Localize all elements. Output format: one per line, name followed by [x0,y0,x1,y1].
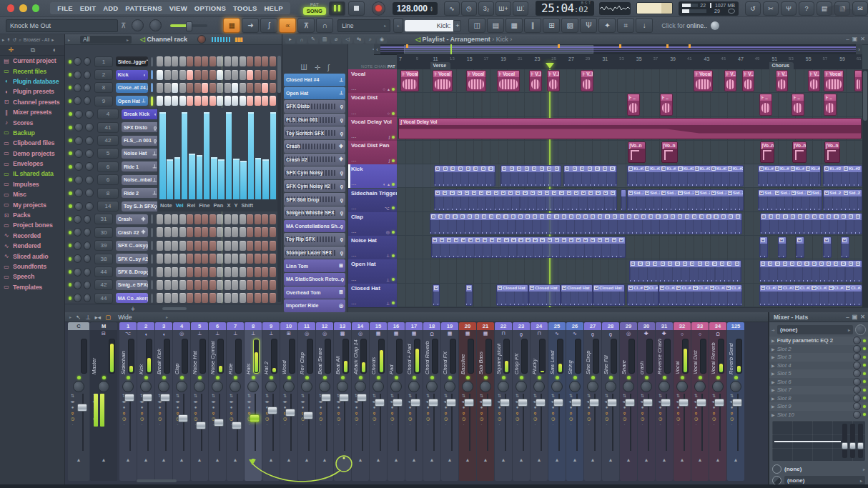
step-cell[interactable] [262,254,268,264]
mixer-pan-knob[interactable] [441,380,458,392]
routing-arrows[interactable]: ▲ [280,454,297,465]
volume-fader-handle[interactable] [518,399,528,407]
mixer-pan-knob[interactable] [709,380,726,392]
routing-arrows[interactable]: ▲ [68,454,89,465]
step-cell[interactable] [164,83,171,93]
stop-button[interactable] [348,1,365,16]
fx-slot-knob[interactable] [853,345,861,353]
step-cell[interactable] [240,96,246,106]
channel-pan-knob[interactable] [74,189,83,197]
picker-item[interactable]: MA StaticShock Retro..ϙ [284,273,345,286]
audio-clip[interactable]: ⊦ V..l [776,70,788,91]
clock-icon[interactable]: ◷ [496,416,503,422]
channel-enable-led[interactable] [69,139,72,142]
volume-fader-handle[interactable] [232,422,242,429]
mixer-strip-led[interactable] [656,374,673,380]
playlist-vertical-scrollbar[interactable] [862,69,868,307]
mixer-strip-led[interactable] [334,374,351,380]
mixer-pan-knob[interactable] [477,380,494,392]
step-cell[interactable] [225,241,231,251]
route-up-arrow[interactable]: ▲ [322,457,327,462]
step-cell[interactable] [232,214,238,224]
pattern-clip[interactable]: ⊟ [465,284,473,306]
widget-icon[interactable]: ⇅ [460,393,467,399]
widget-icon[interactable]: ⇅ [693,393,699,399]
velocity-bar[interactable] [174,157,181,200]
pattern-clip[interactable]: ⊟ [796,236,804,258]
step-cell[interactable] [157,280,163,290]
step-cell[interactable] [179,70,186,80]
playhead-marker[interactable] [546,63,554,69]
channel-volume-knob[interactable] [84,71,91,79]
step-cell[interactable] [225,227,231,237]
step-cell[interactable] [262,227,268,237]
step-cell[interactable] [270,227,276,237]
clock-icon[interactable]: ◷ [425,416,431,422]
pattern-clip[interactable]: ⊟⊟⊟⊟⊟⊟⊟⊟⊟⊟⊟⊟⊟⊟⊟⊟⊟⊟⊟⊟⊟⊟⊟⊟⊟⊟⊟⊟⊟⊟⊟⊟⊟⊟⊟⊟⊟⊟⊟⊟… [430,213,742,234]
channel-name-button[interactable]: Toy S..h SFXϙ [122,201,159,211]
widget-icon[interactable]: ◂▸ [282,399,288,404]
step-cell[interactable] [172,241,178,251]
channel-number-button[interactable]: 6 [97,174,119,185]
routing-arrows[interactable]: ▲ [656,454,673,465]
mic-icon[interactable]: Ψ [781,1,797,16]
channel-number-button[interactable]: 30 [94,227,113,238]
mixer-view-selector[interactable]: Wide▸ [115,314,171,321]
step-cell[interactable] [232,227,238,237]
cut-tool-icon[interactable]: ✂ [763,1,779,16]
step-cell[interactable] [202,214,208,224]
fx-output-selector[interactable]: (none)▸ [784,476,865,484]
tempo-stepper[interactable]: ▲▼ [430,6,433,11]
mixer-pair-icon[interactable]: ▸◂ [95,314,102,321]
browser-item-scores[interactable]: ♪Scores [0,117,64,127]
step-cell[interactable] [179,254,186,264]
sample-lamp-icon[interactable]: ϙ [210,410,217,416]
picker-item[interactable]: SFX 8bit Dropϙ [284,193,345,206]
channel-mute-indicator[interactable] [151,254,153,264]
mixer-strip-led[interactable] [245,374,262,380]
clock-icon[interactable]: ◷ [603,416,610,422]
browser-item-clipboard-files[interactable]: ▭Clipboard files [0,138,64,148]
track-enable-led[interactable] [392,254,395,257]
track-enable-led[interactable] [392,112,395,115]
step-cell[interactable] [225,83,231,93]
fx-slot-led[interactable] [863,347,866,350]
widget-icon[interactable]: ⇅ [425,393,431,399]
browser-item-packs[interactable]: ⊡Packs [0,210,64,220]
routing-arrows[interactable]: ▲ [441,454,458,465]
track-enable-led[interactable] [392,136,395,139]
track-header-kick[interactable]: Kick...◖▴ [348,164,397,188]
mixer-strip-led[interactable] [370,374,387,380]
step-cell[interactable] [209,70,216,80]
mixer-strip-vocal[interactable]: 32○Vocal⇅◂▸●ϙ◷·▲ [674,322,691,481]
widget-icon[interactable]: ⇅ [443,393,449,399]
mixer-pan-knob[interactable] [191,380,208,392]
mixer-strip-number[interactable]: 3 [155,322,172,330]
channel-rack-button[interactable]: ▦ [505,18,523,33]
channel-enable-led[interactable] [69,60,71,64]
channel-number-button[interactable]: 42 [94,279,113,290]
track-header-closed-hat[interactable]: Closed Hat...⊥ [348,284,397,307]
channel-pan-knob[interactable] [74,254,81,263]
routing-arrows[interactable]: ▲ [602,454,619,465]
routing-arrows[interactable]: ▲ [620,454,637,465]
route-up-arrow[interactable]: ▲ [179,457,184,462]
step-cell[interactable] [262,214,268,224]
corner-tab-note[interactable]: NOTE [361,64,373,69]
picker-item[interactable]: Stomper Lazer SFXϙ [284,247,345,259]
mixer-strip-number[interactable]: 30 [638,322,655,330]
route-up-arrow[interactable]: ▲ [126,457,131,462]
picker-item[interactable]: Open Hat⊥ [284,87,345,100]
fx-slot-10[interactable]: ▶Slot 10 [769,411,868,419]
mixer-strip-led[interactable] [191,374,208,380]
channel-enable-led[interactable] [69,217,71,221]
channel-volume-knob[interactable] [84,241,91,250]
mixer-strip-led[interactable] [584,374,601,380]
playlist-timeline[interactable]: 7911131517192123252729313335373941434547… [397,54,862,70]
channel-name-button[interactable]: Ride 2⊥ [122,188,159,198]
audio-clip[interactable]: ⊦ Vocal [400,70,419,91]
browser-item-recent-files[interactable]: ▭Recent files [0,66,64,76]
browser-item-my-projects[interactable]: ▭My projects [0,199,64,209]
volume-fader-handle[interactable] [357,394,367,402]
sample-lamp-icon[interactable]: ϙ [675,410,681,416]
